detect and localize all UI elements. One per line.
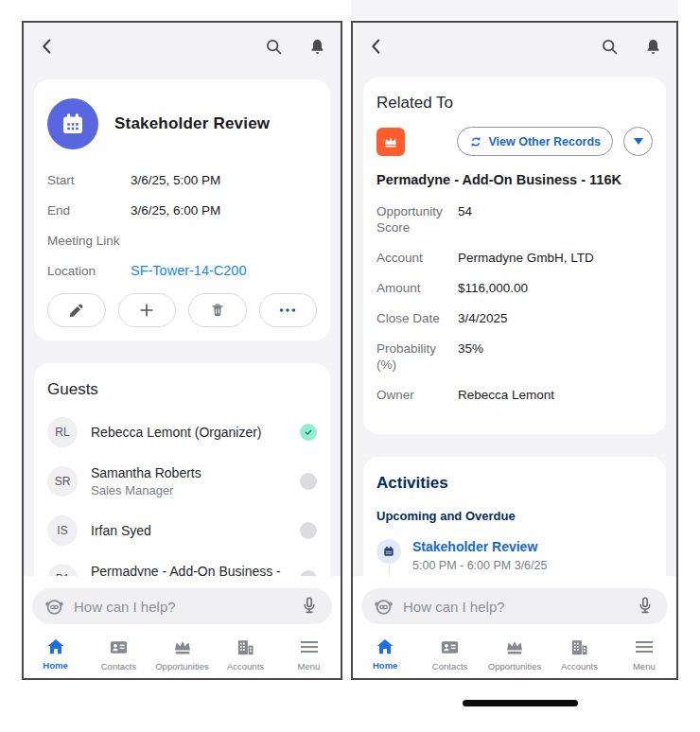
field-start: Start 3/6/25, 5:00 PM [47, 172, 317, 188]
search-icon [600, 37, 620, 57]
crown-icon [171, 636, 194, 658]
copilot-robot-icon [373, 596, 394, 618]
search-icon [264, 37, 284, 57]
microphone-icon [299, 595, 320, 616]
right-tab-bar: Home Contacts [353, 629, 676, 678]
field-opportunity-score: Opportunity Score 54 [376, 203, 653, 235]
location-link[interactable]: SF-Tower-14-C200 [131, 263, 247, 279]
right-bottom-chrome: How can I help? Home [353, 576, 676, 678]
back-button[interactable] [365, 35, 388, 58]
tab-contacts[interactable]: Contacts [417, 629, 481, 678]
mic-button[interactable] [298, 595, 321, 618]
contacts-icon [108, 636, 130, 658]
guest-row-irfan[interactable]: IS Irfan Syed [47, 515, 317, 546]
field-probability: Probability (%) 35% [376, 340, 653, 373]
left-header [24, 23, 341, 70]
avatar: IS [47, 515, 78, 546]
tab-accounts[interactable]: Accounts [214, 629, 277, 678]
event-calendar-icon [47, 98, 98, 149]
notifications-button[interactable] [641, 35, 664, 58]
home-icon [375, 636, 395, 657]
add-button[interactable] [118, 293, 177, 327]
menu-icon [633, 636, 656, 658]
contacts-icon [439, 636, 461, 658]
bell-icon [307, 37, 327, 57]
tab-accounts[interactable]: Accounts [547, 629, 611, 678]
field-location: Location SF-Tower-14-C200 [47, 263, 317, 279]
copilot-robot-icon [44, 596, 65, 618]
pencil-icon [67, 302, 85, 320]
event-header: Stakeholder Review [47, 98, 317, 149]
tab-home[interactable]: Home [24, 629, 87, 678]
tab-opportunities[interactable]: Opportunities [150, 629, 214, 678]
pending-status-badge [300, 522, 317, 539]
delete-button[interactable] [188, 293, 247, 327]
tab-contacts[interactable]: Contacts [87, 629, 150, 678]
edit-button[interactable] [47, 293, 106, 327]
opportunity-crown-icon [376, 128, 405, 156]
chevron-left-icon [37, 36, 58, 57]
field-account: Account Permadyne GmbH, LTD [376, 250, 653, 266]
tab-menu[interactable]: Menu [277, 629, 341, 678]
event-title: Stakeholder Review [114, 114, 270, 133]
bell-icon [643, 37, 663, 57]
activity-link[interactable]: Stakeholder Review [412, 539, 653, 554]
avatar: SR [47, 466, 78, 497]
sync-icon [469, 135, 482, 148]
record-dropdown-button[interactable] [623, 127, 653, 156]
check-icon [303, 427, 314, 438]
left-bottom-chrome: How can I help? Home [24, 576, 341, 678]
tab-opportunities[interactable]: Opportunities [482, 629, 547, 678]
related-record-toolbar: View Other Records [376, 127, 653, 156]
tab-menu[interactable]: Menu [612, 629, 676, 678]
ellipsis-icon [277, 300, 298, 321]
more-actions-button[interactable] [259, 293, 318, 327]
field-amount: Amount $116,000.00 [376, 280, 653, 296]
buildings-icon [235, 636, 256, 658]
related-to-heading: Related To [376, 94, 653, 113]
upcoming-overdue-heading: Upcoming and Overdue [376, 509, 653, 523]
left-tab-bar: Home Contacts [24, 629, 341, 678]
trash-icon [209, 302, 226, 319]
screenshot-canvas: Stakeholder Review Start 3/6/25, 5:00 PM… [0, 0, 700, 732]
activity-time: 5:00 PM - 6:00 PM 3/6/25 [412, 559, 653, 572]
accepted-status-badge [300, 424, 317, 441]
back-button[interactable] [36, 35, 59, 58]
assistant-input[interactable]: How can I help? [32, 588, 332, 624]
related-to-card: Related To View Other Records [363, 78, 666, 434]
mic-button[interactable] [634, 595, 656, 618]
notifications-button[interactable] [306, 35, 328, 58]
guest-row-rebecca[interactable]: RL Rebecca Lemont (Organizer) [47, 417, 317, 447]
event-calendar-icon [376, 539, 401, 564]
event-detail-screen: Stakeholder Review Start 3/6/25, 5:00 PM… [22, 21, 342, 680]
right-header [353, 23, 676, 70]
chevron-left-icon [366, 36, 387, 57]
field-end: End 3/6/25, 6:00 PM [47, 202, 317, 218]
home-icon [45, 636, 66, 657]
guest-subtitle: Sales Manager [91, 483, 300, 497]
related-record-screen: Related To View Other Records [351, 21, 678, 680]
event-actions [47, 293, 317, 327]
guests-heading: Guests [47, 380, 317, 399]
activities-heading: Activities [376, 474, 653, 493]
assistant-placeholder: How can I help? [74, 599, 298, 615]
record-fields: Opportunity Score 54 Account Permadyne G… [376, 203, 653, 403]
view-other-records-button[interactable]: View Other Records [457, 127, 613, 156]
tab-home[interactable]: Home [353, 629, 417, 678]
assistant-input[interactable]: How can I help? [361, 588, 668, 624]
assistant-placeholder: How can I help? [403, 599, 634, 615]
event-card: Stakeholder Review Start 3/6/25, 5:00 PM… [34, 79, 330, 340]
avatar: RL [47, 417, 78, 447]
search-button[interactable] [598, 35, 621, 58]
field-owner: Owner Rebecca Lemont [376, 387, 653, 403]
menu-icon [298, 636, 321, 658]
search-button[interactable] [262, 35, 285, 58]
microphone-icon [635, 595, 656, 616]
guest-row-samantha[interactable]: SR Samantha Roberts Sales Manager [47, 465, 317, 497]
pending-status-badge [300, 473, 317, 490]
buildings-icon [569, 636, 590, 658]
plus-icon [137, 301, 156, 320]
cropped-screen-fragment [351, 0, 678, 19]
caret-down-icon [634, 138, 643, 145]
record-title: Permadyne - Add-On Business - 116K [376, 172, 653, 187]
